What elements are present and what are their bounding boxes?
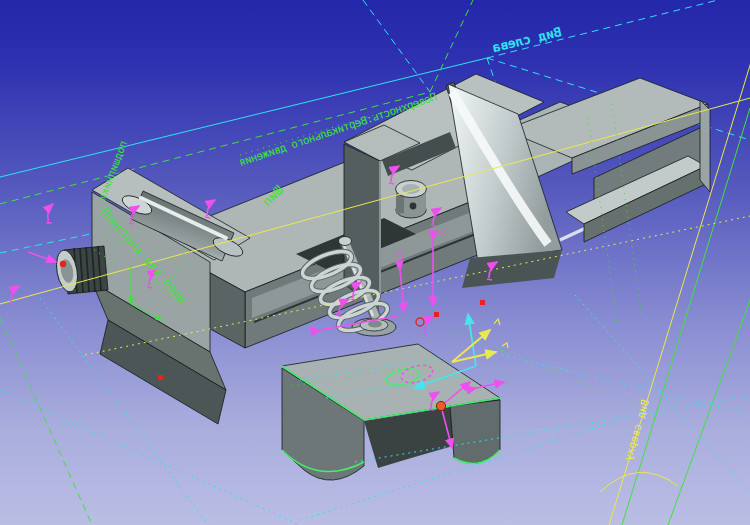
model-assembly[interactable] [54,74,710,480]
cad-viewport[interactable]: Вид слева Поверхность:Вертикального движ… [0,0,750,525]
view-top-label: Вид сверху [621,398,650,462]
view-left-label: Вид слева [491,24,563,55]
part-pin[interactable] [396,181,427,219]
part-bottom-channel[interactable] [282,344,500,480]
cad-viewport-canvas[interactable]: Вид слева Поверхность:Вертикального движ… [0,0,750,525]
